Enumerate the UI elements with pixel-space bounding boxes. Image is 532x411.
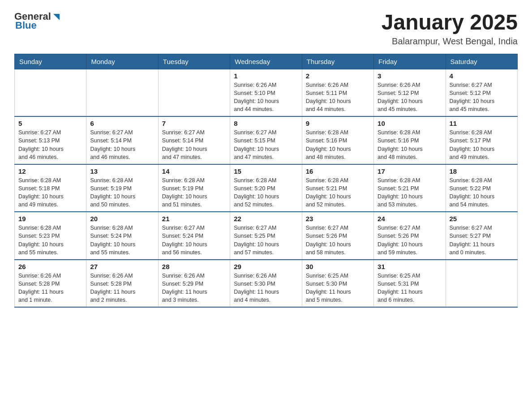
day-info: Sunrise: 6:28 AM Sunset: 5:19 PM Dayligh… <box>90 176 154 209</box>
logo-blue-text: Blue <box>15 20 37 31</box>
calendar-day-cell: 12Sunrise: 6:28 AM Sunset: 5:18 PM Dayli… <box>15 164 86 212</box>
calendar-day-cell <box>158 69 230 116</box>
calendar-day-cell: 9Sunrise: 6:28 AM Sunset: 5:16 PM Daylig… <box>302 116 373 164</box>
day-number: 14 <box>162 167 226 175</box>
day-info: Sunrise: 6:25 AM Sunset: 5:30 PM Dayligh… <box>306 272 370 304</box>
day-number: 16 <box>306 167 370 175</box>
calendar-day-header: Saturday <box>446 54 517 69</box>
day-info: Sunrise: 6:26 AM Sunset: 5:30 PM Dayligh… <box>234 272 298 304</box>
day-number: 27 <box>90 263 154 270</box>
calendar-day-cell: 8Sunrise: 6:27 AM Sunset: 5:15 PM Daylig… <box>230 116 302 164</box>
calendar-week-row: 26Sunrise: 6:26 AM Sunset: 5:28 PM Dayli… <box>15 260 518 308</box>
day-number: 10 <box>378 120 442 127</box>
day-info: Sunrise: 6:27 AM Sunset: 5:26 PM Dayligh… <box>306 224 370 257</box>
day-number: 1 <box>234 72 298 80</box>
calendar-day-cell: 30Sunrise: 6:25 AM Sunset: 5:30 PM Dayli… <box>302 260 373 308</box>
calendar-day-header: Thursday <box>302 54 373 69</box>
calendar-day-cell: 14Sunrise: 6:28 AM Sunset: 5:19 PM Dayli… <box>158 164 230 212</box>
day-number: 26 <box>18 263 82 270</box>
day-number: 3 <box>378 72 442 80</box>
calendar-week-row: 12Sunrise: 6:28 AM Sunset: 5:18 PM Dayli… <box>15 164 518 212</box>
calendar-day-cell: 17Sunrise: 6:28 AM Sunset: 5:21 PM Dayli… <box>374 164 446 212</box>
day-number: 18 <box>450 167 514 175</box>
day-info: Sunrise: 6:28 AM Sunset: 5:21 PM Dayligh… <box>306 176 370 209</box>
logo: General Blue <box>14 11 61 31</box>
calendar-day-cell: 28Sunrise: 6:26 AM Sunset: 5:29 PM Dayli… <box>158 260 230 308</box>
day-number: 23 <box>306 215 370 223</box>
calendar-day-cell: 22Sunrise: 6:27 AM Sunset: 5:25 PM Dayli… <box>230 212 302 260</box>
calendar-day-header: Tuesday <box>158 54 230 69</box>
day-info: Sunrise: 6:27 AM Sunset: 5:13 PM Dayligh… <box>18 128 82 161</box>
day-info: Sunrise: 6:28 AM Sunset: 5:22 PM Dayligh… <box>450 176 514 209</box>
day-info: Sunrise: 6:26 AM Sunset: 5:12 PM Dayligh… <box>378 81 442 114</box>
day-number: 7 <box>162 120 226 127</box>
day-info: Sunrise: 6:27 AM Sunset: 5:24 PM Dayligh… <box>162 224 226 257</box>
day-info: Sunrise: 6:27 AM Sunset: 5:14 PM Dayligh… <box>90 128 154 161</box>
logo-triangle-icon <box>51 12 61 22</box>
title-block: January 2025 Balarampur, West Bengal, In… <box>382 11 518 47</box>
day-info: Sunrise: 6:28 AM Sunset: 5:18 PM Dayligh… <box>18 176 82 209</box>
day-number: 22 <box>234 215 298 223</box>
day-info: Sunrise: 6:27 AM Sunset: 5:14 PM Dayligh… <box>162 128 226 161</box>
day-number: 5 <box>18 120 82 127</box>
day-info: Sunrise: 6:28 AM Sunset: 5:23 PM Dayligh… <box>18 224 82 257</box>
day-info: Sunrise: 6:26 AM Sunset: 5:28 PM Dayligh… <box>90 272 154 304</box>
calendar-day-header: Sunday <box>15 54 86 69</box>
calendar-day-cell: 5Sunrise: 6:27 AM Sunset: 5:13 PM Daylig… <box>15 116 86 164</box>
day-info: Sunrise: 6:27 AM Sunset: 5:25 PM Dayligh… <box>234 224 298 257</box>
day-info: Sunrise: 6:28 AM Sunset: 5:16 PM Dayligh… <box>306 128 370 161</box>
day-info: Sunrise: 6:28 AM Sunset: 5:16 PM Dayligh… <box>378 128 442 161</box>
day-number: 28 <box>162 263 226 270</box>
calendar-week-row: 19Sunrise: 6:28 AM Sunset: 5:23 PM Dayli… <box>15 212 518 260</box>
calendar-day-cell: 4Sunrise: 6:27 AM Sunset: 5:12 PM Daylig… <box>446 69 517 116</box>
calendar-day-cell <box>446 260 517 308</box>
day-number: 29 <box>234 263 298 270</box>
calendar-day-cell: 16Sunrise: 6:28 AM Sunset: 5:21 PM Dayli… <box>302 164 373 212</box>
calendar-day-cell: 31Sunrise: 6:25 AM Sunset: 5:31 PM Dayli… <box>374 260 446 308</box>
day-number: 17 <box>378 167 442 175</box>
calendar-day-cell: 24Sunrise: 6:27 AM Sunset: 5:26 PM Dayli… <box>374 212 446 260</box>
day-info: Sunrise: 6:28 AM Sunset: 5:17 PM Dayligh… <box>450 128 514 161</box>
calendar-day-header: Monday <box>86 54 158 69</box>
calendar-day-cell <box>86 69 158 116</box>
day-info: Sunrise: 6:26 AM Sunset: 5:29 PM Dayligh… <box>162 272 226 304</box>
calendar-day-cell: 26Sunrise: 6:26 AM Sunset: 5:28 PM Dayli… <box>15 260 86 308</box>
calendar-day-cell: 7Sunrise: 6:27 AM Sunset: 5:14 PM Daylig… <box>158 116 230 164</box>
day-number: 12 <box>18 167 82 175</box>
day-number: 13 <box>90 167 154 175</box>
day-number: 25 <box>450 215 514 223</box>
calendar-day-cell: 29Sunrise: 6:26 AM Sunset: 5:30 PM Dayli… <box>230 260 302 308</box>
day-number: 8 <box>234 120 298 127</box>
day-number: 30 <box>306 263 370 270</box>
day-number: 19 <box>18 215 82 223</box>
day-number: 24 <box>378 215 442 223</box>
day-number: 6 <box>90 120 154 127</box>
calendar-week-row: 5Sunrise: 6:27 AM Sunset: 5:13 PM Daylig… <box>15 116 518 164</box>
calendar-day-cell: 15Sunrise: 6:28 AM Sunset: 5:20 PM Dayli… <box>230 164 302 212</box>
day-info: Sunrise: 6:27 AM Sunset: 5:12 PM Dayligh… <box>450 81 514 114</box>
day-number: 4 <box>450 72 514 80</box>
page-title: January 2025 <box>382 11 518 34</box>
calendar-day-header: Friday <box>374 54 446 69</box>
page-header: General Blue January 2025 Balarampur, We… <box>14 11 518 47</box>
calendar-week-row: 1Sunrise: 6:26 AM Sunset: 5:10 PM Daylig… <box>15 69 518 116</box>
calendar-day-header: Wednesday <box>230 54 302 69</box>
calendar-day-cell: 1Sunrise: 6:26 AM Sunset: 5:10 PM Daylig… <box>230 69 302 116</box>
day-number: 9 <box>306 120 370 127</box>
page-subtitle: Balarampur, West Bengal, India <box>382 36 518 47</box>
calendar-day-cell: 25Sunrise: 6:27 AM Sunset: 5:27 PM Dayli… <box>446 212 517 260</box>
day-info: Sunrise: 6:27 AM Sunset: 5:27 PM Dayligh… <box>450 224 514 257</box>
calendar-day-cell: 27Sunrise: 6:26 AM Sunset: 5:28 PM Dayli… <box>86 260 158 308</box>
day-info: Sunrise: 6:26 AM Sunset: 5:28 PM Dayligh… <box>18 272 82 304</box>
day-info: Sunrise: 6:25 AM Sunset: 5:31 PM Dayligh… <box>378 272 442 304</box>
day-info: Sunrise: 6:26 AM Sunset: 5:10 PM Dayligh… <box>234 81 298 114</box>
calendar-day-cell: 19Sunrise: 6:28 AM Sunset: 5:23 PM Dayli… <box>15 212 86 260</box>
calendar-day-cell: 10Sunrise: 6:28 AM Sunset: 5:16 PM Dayli… <box>374 116 446 164</box>
day-number: 15 <box>234 167 298 175</box>
calendar-day-cell: 3Sunrise: 6:26 AM Sunset: 5:12 PM Daylig… <box>374 69 446 116</box>
calendar-day-cell: 13Sunrise: 6:28 AM Sunset: 5:19 PM Dayli… <box>86 164 158 212</box>
calendar-day-cell: 11Sunrise: 6:28 AM Sunset: 5:17 PM Dayli… <box>446 116 517 164</box>
calendar-day-cell <box>15 69 86 116</box>
calendar-header-row: SundayMondayTuesdayWednesdayThursdayFrid… <box>15 54 518 69</box>
day-info: Sunrise: 6:28 AM Sunset: 5:19 PM Dayligh… <box>162 176 226 209</box>
